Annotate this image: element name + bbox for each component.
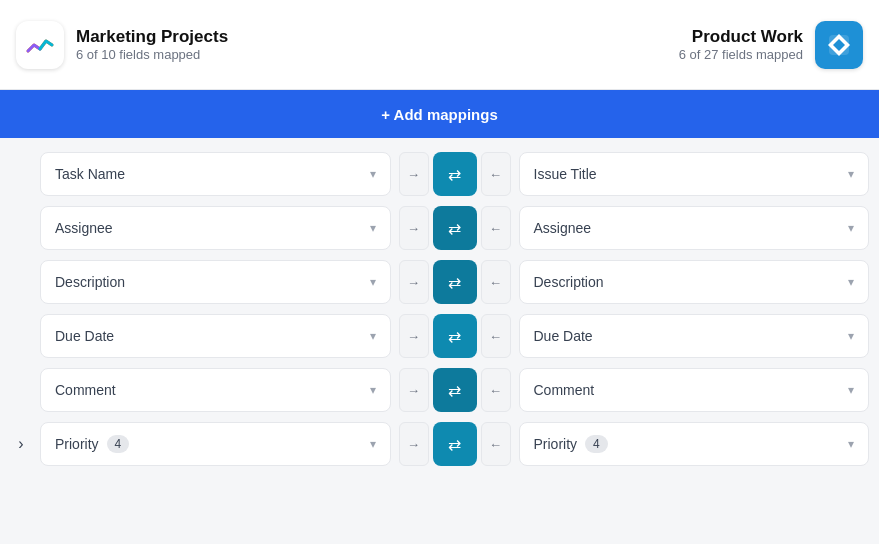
chevron-down-icon: ▾ (370, 167, 376, 181)
right-field-select-comment[interactable]: Comment ▾ (519, 368, 870, 412)
chevron-down-icon: ▾ (370, 437, 376, 451)
sync-button[interactable]: ⇄ (433, 260, 477, 304)
add-mappings-bar[interactable]: + Add mappings (0, 90, 879, 138)
sync-button[interactable]: ⇄ (433, 422, 477, 466)
left-field-select-comment[interactable]: Comment ▾ (40, 368, 391, 412)
arrow-left-button[interactable]: ← (481, 260, 511, 304)
sync-controls: → ⇄ ← (399, 422, 511, 466)
left-field-select-due-date[interactable]: Due Date ▾ (40, 314, 391, 358)
sync-controls: → ⇄ ← (399, 206, 511, 250)
arrow-left-button[interactable]: ← (481, 152, 511, 196)
sync-button[interactable]: ⇄ (433, 368, 477, 412)
right-field-label: Assignee (534, 220, 592, 236)
left-field-select-priority[interactable]: Priority 4 ▾ (40, 422, 391, 466)
right-app-name: Product Work (692, 27, 803, 47)
arrow-right-button[interactable]: → (399, 422, 429, 466)
right-field-label: Issue Title (534, 166, 597, 182)
chevron-down-icon: ▾ (848, 329, 854, 343)
sync-controls: → ⇄ ← (399, 260, 511, 304)
chevron-down-icon: ▾ (848, 221, 854, 235)
chevron-down-icon: ▾ (848, 275, 854, 289)
right-field-badge: 4 (585, 435, 608, 453)
left-field-select-description[interactable]: Description ▾ (40, 260, 391, 304)
sync-button[interactable]: ⇄ (433, 314, 477, 358)
mapping-row: Description ▾ → ⇄ ← Description ▾ (10, 260, 869, 304)
arrow-left-button[interactable]: ← (481, 206, 511, 250)
arrow-right-button[interactable]: → (399, 260, 429, 304)
right-app-info: Product Work 6 of 27 fields mapped (679, 27, 803, 62)
left-field-badge: 4 (107, 435, 130, 453)
mappings-container: Task Name ▾ → ⇄ ← Issue Title ▾ Assignee… (0, 138, 879, 544)
chevron-right-icon: › (18, 435, 23, 453)
sync-button[interactable]: ⇄ (433, 152, 477, 196)
left-field-label: Comment (55, 382, 116, 398)
right-field-label: Priority 4 (534, 435, 608, 453)
arrow-right-button[interactable]: → (399, 314, 429, 358)
arrow-left-button[interactable]: ← (481, 422, 511, 466)
chevron-down-icon: ▾ (370, 329, 376, 343)
mapping-row: › Priority 4 ▾ → ⇄ ← Priority 4 ▾ (10, 422, 869, 466)
sync-controls: → ⇄ ← (399, 314, 511, 358)
left-field-label: Description (55, 274, 125, 290)
sync-controls: → ⇄ ← (399, 368, 511, 412)
arrow-right-button[interactable]: → (399, 152, 429, 196)
right-field-select-assignee[interactable]: Assignee ▾ (519, 206, 870, 250)
right-field-select-issue-title[interactable]: Issue Title ▾ (519, 152, 870, 196)
left-field-label: Task Name (55, 166, 125, 182)
right-field-label: Description (534, 274, 604, 290)
expand-button[interactable]: › (10, 433, 32, 455)
left-app-info: Marketing Projects 6 of 10 fields mapped (76, 27, 228, 62)
right-field-select-due-date[interactable]: Due Date ▾ (519, 314, 870, 358)
sync-controls: → ⇄ ← (399, 152, 511, 196)
add-mappings-button[interactable]: + Add mappings (381, 106, 498, 123)
mapping-row: Task Name ▾ → ⇄ ← Issue Title ▾ (10, 152, 869, 196)
header-left: Marketing Projects 6 of 10 fields mapped (16, 21, 228, 69)
chevron-down-icon: ▾ (370, 275, 376, 289)
right-field-label: Due Date (534, 328, 593, 344)
left-app-logo (16, 21, 64, 69)
right-app-sub: 6 of 27 fields mapped (679, 47, 803, 62)
mapping-row: Due Date ▾ → ⇄ ← Due Date ▾ (10, 314, 869, 358)
arrow-right-button[interactable]: → (399, 206, 429, 250)
arrow-left-button[interactable]: ← (481, 368, 511, 412)
arrow-right-button[interactable]: → (399, 368, 429, 412)
mapping-row: Assignee ▾ → ⇄ ← Assignee ▾ (10, 206, 869, 250)
header: Marketing Projects 6 of 10 fields mapped… (0, 0, 879, 90)
mapping-row: Comment ▾ → ⇄ ← Comment ▾ (10, 368, 869, 412)
right-field-select-description[interactable]: Description ▾ (519, 260, 870, 304)
left-field-label: Priority 4 (55, 435, 129, 453)
sync-button[interactable]: ⇄ (433, 206, 477, 250)
left-app-sub: 6 of 10 fields mapped (76, 47, 228, 62)
chevron-down-icon: ▾ (370, 221, 376, 235)
left-field-select-assignee[interactable]: Assignee ▾ (40, 206, 391, 250)
right-field-label: Comment (534, 382, 595, 398)
chevron-down-icon: ▾ (848, 383, 854, 397)
left-app-name: Marketing Projects (76, 27, 228, 47)
arrow-left-button[interactable]: ← (481, 314, 511, 358)
right-app-logo (815, 21, 863, 69)
chevron-down-icon: ▾ (848, 167, 854, 181)
chevron-down-icon: ▾ (848, 437, 854, 451)
left-field-select-task-name[interactable]: Task Name ▾ (40, 152, 391, 196)
left-field-label: Assignee (55, 220, 113, 236)
right-field-select-priority[interactable]: Priority 4 ▾ (519, 422, 870, 466)
header-right: Product Work 6 of 27 fields mapped (679, 21, 863, 69)
left-field-label: Due Date (55, 328, 114, 344)
chevron-down-icon: ▾ (370, 383, 376, 397)
